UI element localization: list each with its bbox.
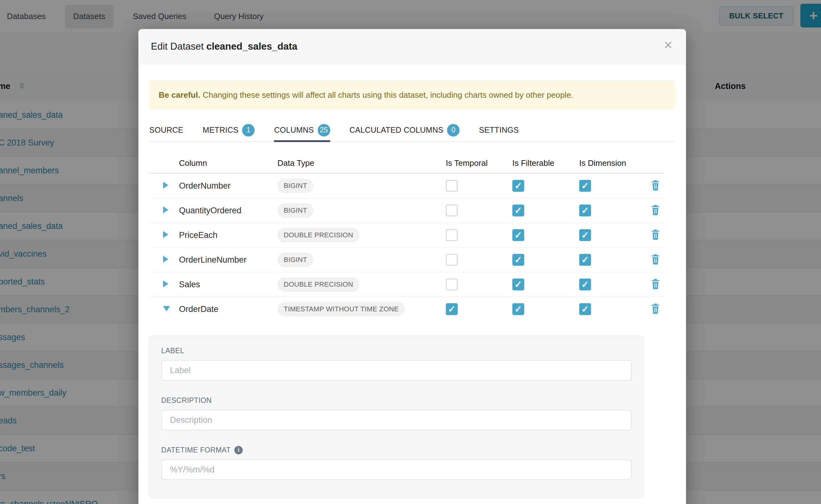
field-input[interactable] [161,360,632,381]
tab-count-badge: 25 [318,124,330,136]
column-row: OrderNumber BIGINT ✓ ✓ ✓ [149,174,664,198]
is-filterable-checkbox[interactable]: ✓ [512,205,524,216]
field-label: LABEL [161,347,184,355]
is-temporal-checkbox[interactable]: ✓ [446,229,458,241]
field-label: DATETIME FORMAT [161,446,230,454]
form-field: LABEL [161,347,632,381]
expand-caret-icon[interactable] [163,306,170,311]
header-is-temporal: Is Temporal [446,158,512,168]
tab-label: SETTINGS [479,126,519,135]
column-name: PriceEach [179,230,277,240]
detail-fields: LABEL DESCRIPTION DATETIME FORMAT i [161,347,632,480]
columns-table-header: Column Data Type Is Temporal Is Filterab… [149,153,664,174]
is-filterable-checkbox[interactable]: ✓ [512,279,524,290]
column-row: Sales DOUBLE PRECISION ✓ ✓ ✓ [149,272,664,297]
is-dimension-checkbox[interactable]: ✓ [579,180,591,192]
data-type-pill: TIMESTAMP WITHOUT TIME ZONE [277,302,405,316]
columns-table: Column Data Type Is Temporal Is Filterab… [149,153,664,498]
delete-icon[interactable] [650,303,660,314]
columns-rows: OrderNumber BIGINT ✓ ✓ ✓ QuantityOrdered… [149,174,664,321]
delete-icon[interactable] [650,205,660,215]
column-name: OrderDate [179,304,277,314]
close-icon[interactable]: ✕ [664,40,673,51]
tab-label: METRICS [203,126,239,135]
expand-caret-icon[interactable] [163,280,168,287]
modal-title-prefix: Edit Dataset [151,41,204,52]
header-data-type: Data Type [277,158,446,168]
edit-dataset-modal: Edit Dataset cleaned_sales_data ✕ Be car… [138,29,686,504]
data-type-pill: BIGINT [277,203,313,218]
expand-caret-icon[interactable] [163,231,168,238]
is-temporal-checkbox[interactable]: ✓ [446,279,458,290]
column-row: QuantityOrdered BIGINT ✓ ✓ ✓ [149,198,664,223]
modal-tabs: SOURCE METRICS 1 COLUMNS 25 CALCULATED C… [149,119,675,142]
screen: DatabasesDatasetsSaved QueriesQuery Hist… [0,0,821,504]
modal-title: Edit Dataset cleaned_sales_data [151,41,297,52]
expand-caret-icon[interactable] [163,256,168,263]
data-type-pill: BIGINT [277,253,313,267]
delete-icon[interactable] [650,229,660,240]
column-name: OrderLineNumber [179,255,277,265]
delete-icon[interactable] [650,279,660,289]
modal-title-dataset: cleaned_sales_data [206,41,297,52]
is-filterable-checkbox[interactable]: ✓ [512,303,524,315]
is-dimension-checkbox[interactable]: ✓ [579,279,591,290]
is-dimension-checkbox[interactable]: ✓ [579,229,591,241]
warning-bold: Be careful. [159,90,200,100]
delete-icon[interactable] [650,180,660,190]
header-column: Column [179,158,277,168]
tab-count-badge: 0 [447,124,460,136]
is-dimension-checkbox[interactable]: ✓ [579,205,591,216]
column-detail-panel: LABEL DESCRIPTION DATETIME FORMAT i [149,336,644,498]
header-is-dimension: Is Dimension [579,158,646,168]
column-name: OrderNumber [179,181,277,191]
tab-label: CALCULATED COLUMNS [349,126,444,135]
expand-caret-icon[interactable] [163,206,168,213]
expand-caret-icon[interactable] [163,182,168,189]
column-name: Sales [179,280,277,289]
column-row: PriceEach DOUBLE PRECISION ✓ ✓ ✓ [149,223,664,248]
warning-text: Changing these settings will affect all … [203,90,573,100]
form-field: DATETIME FORMAT i [161,446,632,480]
is-temporal-checkbox[interactable]: ✓ [446,303,458,315]
column-row: OrderLineNumber BIGINT ✓ ✓ ✓ [149,248,664,272]
column-row: OrderDate TIMESTAMP WITHOUT TIME ZONE ✓ … [149,297,664,321]
field-label: DESCRIPTION [161,396,212,405]
field-input[interactable] [161,410,632,430]
is-filterable-checkbox[interactable]: ✓ [512,254,524,266]
column-name: QuantityOrdered [179,206,277,215]
is-dimension-checkbox[interactable]: ✓ [579,254,591,266]
data-type-pill: DOUBLE PRECISION [277,277,359,292]
modal-tab[interactable]: METRICS 1 [203,119,255,142]
header-is-filterable: Is Filterable [512,158,579,168]
modal-tab[interactable]: COLUMNS 25 [274,119,330,142]
modal-tab[interactable]: SETTINGS [479,119,519,142]
modal-tab[interactable]: SOURCE [149,119,183,142]
data-type-pill: BIGINT [277,179,313,193]
is-dimension-checkbox[interactable]: ✓ [579,303,591,315]
delete-icon[interactable] [650,254,660,264]
is-temporal-checkbox[interactable]: ✓ [446,205,458,216]
tab-label: SOURCE [149,126,183,135]
warning-banner: Be careful.Changing these settings will … [149,81,675,109]
modal-header: Edit Dataset cleaned_sales_data ✕ [138,29,686,64]
modal-tab[interactable]: CALCULATED COLUMNS 0 [349,119,460,142]
is-temporal-checkbox[interactable]: ✓ [446,180,458,192]
form-field: DESCRIPTION [161,396,632,430]
is-filterable-checkbox[interactable]: ✓ [512,180,524,192]
tab-label: COLUMNS [274,126,314,135]
is-temporal-checkbox[interactable]: ✓ [446,254,458,266]
tab-count-badge: 1 [242,124,255,136]
is-filterable-checkbox[interactable]: ✓ [512,229,524,241]
field-input[interactable] [161,459,632,480]
data-type-pill: DOUBLE PRECISION [277,228,359,242]
info-icon[interactable]: i [234,446,243,454]
